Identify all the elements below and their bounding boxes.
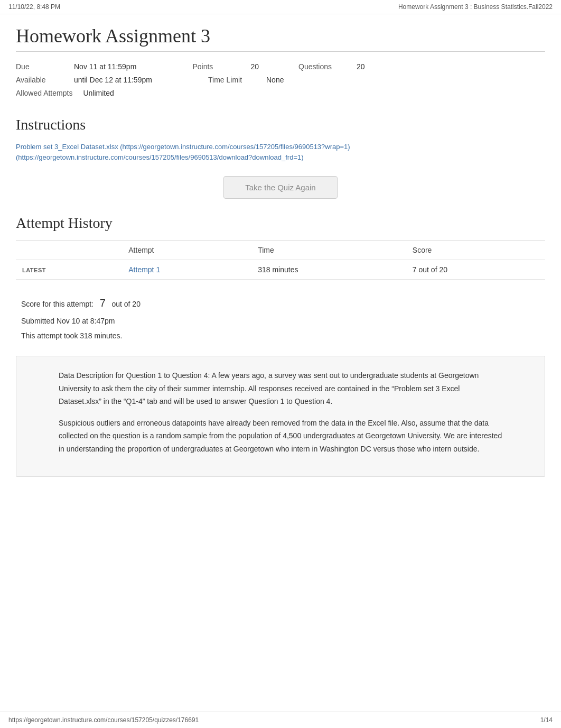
question-paragraph-2: Suspicious outliers and erroneous datapo… xyxy=(59,417,502,456)
datetime: 11/10/22, 8:48 PM xyxy=(8,3,60,11)
submitted-line: Submitted Nov 10 at 8:47pm xyxy=(21,314,545,328)
time-taken-line: This attempt took 318 minutes. xyxy=(21,328,545,343)
download-url-display: (https://georgetown.instructure.com/cour… xyxy=(16,153,304,161)
questions-label: Questions xyxy=(298,60,346,73)
attempt-time: 318 minutes xyxy=(251,260,406,280)
assignment-title: Homework Assignment 3 xyxy=(16,25,545,52)
available-label: Available xyxy=(16,73,63,87)
questions-value: 20 xyxy=(357,60,365,73)
time-limit-label: Time Limit xyxy=(208,73,256,87)
score-label: Score for this attempt: xyxy=(21,300,94,308)
top-bar: 11/10/22, 8:48 PM Homework Assignment 3 … xyxy=(0,0,561,14)
score-out-of: out of 20 xyxy=(111,300,141,308)
score-number: 7 xyxy=(100,297,106,309)
page-title-tab: Homework Assignment 3 : Business Statist… xyxy=(398,3,553,11)
question-paragraph-1: Data Description for Question 1 to Quest… xyxy=(59,369,502,408)
points-label: Points xyxy=(192,60,240,73)
footer-page: 1/14 xyxy=(540,716,553,724)
footer-url: https://georgetown.instructure.com/cours… xyxy=(8,716,199,724)
latest-badge: LATEST xyxy=(22,267,46,273)
available-value: until Dec 12 at 11:59pm xyxy=(74,73,152,87)
meta-table: Due Nov 11 at 11:59pm Points 20 Question… xyxy=(16,60,545,100)
attempt-link[interactable]: Attempt 1 xyxy=(128,265,160,274)
meta-row-2: Available until Dec 12 at 11:59pm Time L… xyxy=(16,73,545,87)
table-row: LATEST Attempt 1 318 minutes 7 out of 20 xyxy=(16,260,545,280)
attempt-history-section: Attempt History Attempt Time Score LATES… xyxy=(16,215,545,477)
attempt-table-header: Attempt Time Score xyxy=(16,241,545,260)
points-value: 20 xyxy=(250,60,259,73)
col-attempt: Attempt xyxy=(122,241,251,260)
col-time: Time xyxy=(251,241,406,260)
score-line: Score for this attempt: 7 out of 20 xyxy=(21,292,545,314)
allowed-attempts-label: Allowed Attempts xyxy=(16,87,72,100)
allowed-attempts-value: Unlimited xyxy=(83,87,114,100)
col-score: Score xyxy=(406,241,545,260)
instructions-block: Problem set 3_Excel Dataset.xlsx (https:… xyxy=(16,142,545,164)
take-quiz-button[interactable]: Take the Quiz Again xyxy=(223,176,337,199)
meta-row-1: Due Nov 11 at 11:59pm Points 20 Question… xyxy=(16,60,545,73)
time-limit-value: None xyxy=(266,73,284,87)
attempt-score: 7 out of 20 xyxy=(406,260,545,280)
due-value: Nov 11 at 11:59pm xyxy=(74,60,136,73)
question-block: Data Description for Question 1 to Quest… xyxy=(16,356,545,477)
attempt-history-title: Attempt History xyxy=(16,215,545,232)
footer-bar: https://georgetown.instructure.com/cours… xyxy=(0,712,561,728)
due-label: Due xyxy=(16,60,63,73)
take-quiz-container: Take the Quiz Again xyxy=(16,176,545,199)
instructions-title: Instructions xyxy=(16,116,545,133)
attempt-summary: Score for this attempt: 7 out of 20 Subm… xyxy=(16,292,545,343)
page-content: Homework Assignment 3 Due Nov 11 at 11:5… xyxy=(0,14,561,498)
col-tag xyxy=(16,241,122,260)
dataset-link[interactable]: Problem set 3_Excel Dataset.xlsx xyxy=(16,143,118,151)
meta-row-3: Allowed Attempts Unlimited xyxy=(16,87,545,100)
attempt-table: Attempt Time Score LATEST Attempt 1 318 … xyxy=(16,240,545,280)
link-url-display: (https://georgetown.instructure.com/cour… xyxy=(120,143,350,151)
